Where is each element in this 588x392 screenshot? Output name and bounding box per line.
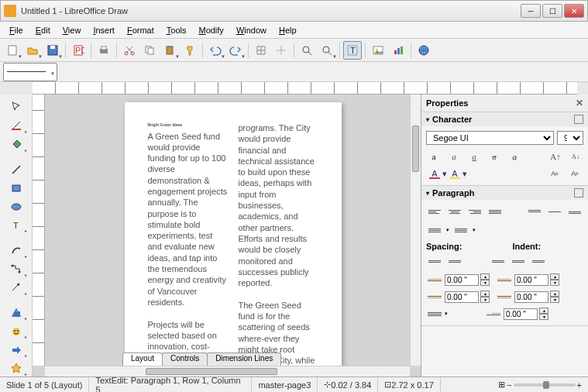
insert-image-button[interactable]: [369, 41, 387, 60]
space-above-input[interactable]: [445, 274, 479, 286]
tab-controls[interactable]: Controls: [162, 352, 208, 366]
stars-tool[interactable]: ▸: [7, 360, 26, 377]
more-options-icon[interactable]: [574, 115, 583, 124]
align-left-button[interactable]: [426, 205, 443, 218]
paste-button[interactable]: ▼: [160, 41, 179, 60]
zoom-fit-icon[interactable]: ⊞: [498, 380, 505, 390]
superscript-button[interactable]: Ab: [546, 167, 563, 181]
increase-size-button[interactable]: A↑: [548, 150, 563, 163]
hyperlink-button[interactable]: [414, 41, 433, 60]
menu-window[interactable]: Window: [230, 24, 273, 36]
menu-edit[interactable]: Edit: [29, 24, 57, 36]
line-spacing-button[interactable]: [426, 307, 443, 321]
insert-chart-button[interactable]: [389, 41, 407, 60]
indent-after-input[interactable]: [514, 291, 548, 303]
lines-arrows-tool[interactable]: ▸: [7, 280, 26, 296]
vert-middle-button[interactable]: [546, 205, 563, 218]
vertical-scrollbar[interactable]: [410, 95, 421, 366]
vert-bottom-button[interactable]: [566, 205, 583, 218]
select-tool[interactable]: [7, 99, 26, 115]
rectangle-tool[interactable]: [7, 180, 26, 196]
text-tool[interactable]: T▸: [7, 217, 26, 233]
spin-down[interactable]: ▾: [550, 280, 559, 286]
zoom-in-button[interactable]: +: [577, 380, 582, 390]
align-justify-button[interactable]: [487, 205, 504, 218]
shadow-button[interactable]: a: [507, 150, 522, 163]
increase-spacing-button[interactable]: [426, 254, 443, 268]
print-button[interactable]: [95, 41, 113, 60]
vertical-ruler[interactable]: [33, 95, 45, 366]
space-below-input[interactable]: [445, 291, 479, 303]
highlight-color-button[interactable]: A▾: [446, 167, 463, 181]
spin-up[interactable]: ▴: [550, 291, 559, 297]
horizontal-scrollbar[interactable]: [45, 366, 410, 377]
menu-file[interactable]: File: [3, 24, 29, 36]
scroll-thumb[interactable]: [412, 126, 419, 172]
cut-button[interactable]: [120, 41, 139, 60]
zoom-knob[interactable]: [543, 381, 549, 389]
spin-up[interactable]: ▴: [539, 308, 548, 314]
line-style-dropdown[interactable]: ▼: [3, 63, 57, 81]
spin-up[interactable]: ▴: [480, 291, 490, 297]
spin-down[interactable]: ▾: [480, 297, 490, 303]
italic-button[interactable]: a: [446, 150, 462, 163]
decrease-spacing-button[interactable]: [446, 254, 463, 268]
symbol-shapes-tool[interactable]: ▸: [7, 323, 26, 339]
spin-up[interactable]: ▴: [480, 273, 490, 280]
increase-indent-button[interactable]: [490, 254, 507, 268]
vert-top-button[interactable]: [526, 205, 543, 218]
clone-format-button[interactable]: [181, 41, 199, 60]
tab-dimension-lines[interactable]: Dimension Lines: [207, 352, 281, 366]
font-name-select[interactable]: Segoe UI: [426, 131, 554, 145]
curve-tool[interactable]: ▸: [7, 242, 26, 259]
minimize-button[interactable]: ─: [521, 4, 541, 18]
zoom-slider[interactable]: [514, 383, 576, 387]
scroll-thumb[interactable]: [146, 368, 277, 375]
drawing-canvas[interactable]: Bright Green Ideas A Green Seed fund wou…: [45, 95, 421, 366]
first-line-indent-input[interactable]: [504, 308, 538, 320]
spin-down[interactable]: ▾: [550, 297, 559, 303]
helplines-button[interactable]: [272, 41, 291, 60]
subscript-button[interactable]: Ab: [566, 167, 583, 181]
menu-format[interactable]: Format: [121, 24, 160, 36]
connector-tool[interactable]: ▸: [7, 261, 26, 277]
zoom-button[interactable]: [297, 41, 316, 60]
numbering-button[interactable]: [452, 223, 469, 237]
close-panel-icon[interactable]: ✕: [576, 98, 583, 108]
zoom-page-button[interactable]: ▼: [318, 41, 336, 60]
bullets-button[interactable]: [426, 223, 443, 237]
horizontal-ruler[interactable]: [33, 82, 577, 95]
indent-before-input[interactable]: [514, 274, 548, 286]
zoom-out-button[interactable]: −: [507, 380, 511, 390]
menu-tools[interactable]: Tools: [160, 24, 193, 36]
close-button[interactable]: ✕: [564, 4, 584, 18]
font-size-select[interactable]: 9: [557, 131, 583, 145]
align-right-button[interactable]: [466, 205, 483, 218]
character-header[interactable]: Character: [421, 112, 588, 126]
more-options-icon[interactable]: [574, 188, 583, 198]
grid-button[interactable]: [252, 41, 270, 60]
line-color-tool[interactable]: ▸: [7, 118, 26, 134]
redo-button[interactable]: ▼: [226, 41, 245, 60]
paragraph-header[interactable]: Paragraph: [421, 186, 588, 200]
export-pdf-button[interactable]: PDF: [69, 41, 88, 60]
spin-down[interactable]: ▾: [480, 280, 490, 286]
new-button[interactable]: ▼: [3, 41, 22, 60]
font-color-button[interactable]: A▾: [426, 167, 443, 181]
basic-shapes-tool[interactable]: ▸: [7, 304, 26, 321]
hanging-indent-button[interactable]: [530, 254, 547, 268]
menu-help[interactable]: Help: [273, 24, 303, 36]
undo-button[interactable]: ▼: [206, 41, 225, 60]
menu-view[interactable]: View: [57, 24, 88, 36]
maximize-button[interactable]: ☐: [542, 4, 562, 18]
spin-down[interactable]: ▾: [539, 314, 548, 320]
tab-layout[interactable]: Layout: [122, 352, 163, 366]
decrease-size-button[interactable]: A↓: [568, 150, 583, 163]
open-button[interactable]: ▼: [23, 41, 42, 60]
spin-up[interactable]: ▴: [550, 273, 559, 280]
menu-modify[interactable]: Modify: [192, 24, 229, 36]
copy-button[interactable]: [140, 41, 159, 60]
align-center-button[interactable]: [446, 205, 463, 218]
strikethrough-button[interactable]: a: [487, 150, 502, 163]
line-tool[interactable]: [7, 161, 26, 177]
